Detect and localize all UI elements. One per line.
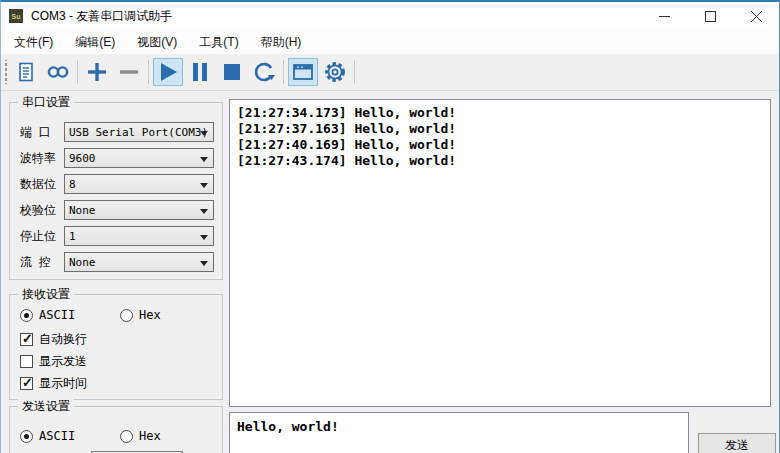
radio-icon xyxy=(120,430,133,443)
close-button[interactable] xyxy=(733,2,779,30)
chevron-down-icon xyxy=(200,157,208,162)
parity-select[interactable]: None xyxy=(64,200,214,220)
toolbar-grip[interactable] xyxy=(3,60,10,84)
stop-button[interactable] xyxy=(217,58,247,86)
menu-help[interactable]: 帮助(H) xyxy=(250,31,313,54)
send-button[interactable]: 发送 xyxy=(698,433,776,453)
menu-file[interactable]: 文件(F) xyxy=(3,31,64,54)
stop-icon xyxy=(221,61,243,83)
refresh-button[interactable] xyxy=(249,58,279,86)
send-settings-title: 发送设置 xyxy=(18,399,74,414)
app-window: Su COM3 - 友善串口调试助手 文件(F) 编辑(E) 视图(V) 工具(… xyxy=(0,0,780,453)
document-button[interactable] xyxy=(11,58,41,86)
window-title: COM3 - 友善串口调试助手 xyxy=(31,8,172,25)
flowcontrol-select[interactable]: None xyxy=(64,252,214,272)
recv-ascii-radio[interactable]: ASCII xyxy=(20,308,75,322)
remove-icon xyxy=(118,61,140,83)
menu-edit[interactable]: 编辑(E) xyxy=(64,31,126,54)
log-line: [21:27:40.169] Hello, world! xyxy=(237,137,763,153)
show-send-checkbox[interactable]: 显示发送 xyxy=(20,353,87,370)
recv-hex-radio[interactable]: Hex xyxy=(120,308,161,322)
stopbits-select[interactable]: 1 xyxy=(64,226,214,246)
log-line: [21:27:34.173] Hello, world! xyxy=(237,105,763,121)
remove-button[interactable] xyxy=(114,58,144,86)
baudrate-label: 波特率 xyxy=(20,150,64,167)
minimize-icon xyxy=(659,11,670,22)
window-panel-icon xyxy=(291,61,315,83)
parity-label: 校验位 xyxy=(20,202,64,219)
chevron-down-icon xyxy=(200,235,208,240)
flowcontrol-label: 流 控 xyxy=(20,254,64,271)
menubar: 文件(F) 编辑(E) 视图(V) 工具(T) 帮助(H) xyxy=(1,30,779,54)
chevron-down-icon xyxy=(200,183,208,188)
databits-label: 数据位 xyxy=(20,176,64,193)
toolbar-separator xyxy=(148,60,149,84)
toolbar-separator xyxy=(283,60,284,84)
log-line: [21:27:37.163] Hello, world! xyxy=(237,121,763,137)
checkbox-checked-icon xyxy=(20,333,33,346)
chevron-down-icon xyxy=(200,261,208,266)
log-line: [21:27:43.174] Hello, world! xyxy=(237,153,763,169)
show-time-checkbox[interactable]: 显示时间 xyxy=(20,375,87,392)
radio-icon xyxy=(120,309,133,322)
databits-select[interactable]: 8 xyxy=(64,174,214,194)
refresh-icon xyxy=(252,60,276,84)
send-settings-group: 发送设置 ASCII Hex xyxy=(9,406,223,453)
minimize-button[interactable] xyxy=(641,2,687,30)
window-panel-button[interactable] xyxy=(288,58,318,86)
menu-tools[interactable]: 工具(T) xyxy=(188,31,249,54)
maximize-icon xyxy=(705,11,716,22)
send-input-area[interactable]: Hello, world! xyxy=(229,412,689,453)
radio-selected-icon xyxy=(20,309,33,322)
play-button[interactable] xyxy=(153,58,183,86)
auto-newline-checkbox[interactable]: 自动换行 xyxy=(20,331,87,348)
receive-settings-title: 接收设置 xyxy=(18,287,74,302)
receive-log-area[interactable]: [21:27:34.173] Hello, world! [21:27:37.1… xyxy=(229,99,771,407)
stopbits-label: 停止位 xyxy=(20,228,64,245)
record-button[interactable] xyxy=(43,58,73,86)
maximize-button[interactable] xyxy=(687,2,733,30)
radio-selected-icon xyxy=(20,430,33,443)
close-icon xyxy=(751,11,762,22)
chevron-down-icon xyxy=(200,209,208,214)
serial-settings-group: 串口设置 端 口 USB Serial Port(COM3) 波特率 9600 … xyxy=(9,102,223,280)
port-label: 端 口 xyxy=(20,124,64,141)
add-button[interactable] xyxy=(82,58,112,86)
pause-icon xyxy=(190,61,210,83)
chevron-down-icon xyxy=(200,131,208,136)
toolbar-separator xyxy=(77,60,78,84)
titlebar: Su COM3 - 友善串口调试助手 xyxy=(1,2,779,30)
checkbox-checked-icon xyxy=(20,377,33,390)
send-text: Hello, world! xyxy=(237,419,339,434)
menu-view[interactable]: 视图(V) xyxy=(126,31,188,54)
send-hex-radio[interactable]: Hex xyxy=(120,429,161,443)
port-select[interactable]: USB Serial Port(COM3) xyxy=(64,122,214,142)
pause-button[interactable] xyxy=(185,58,215,86)
app-icon: Su xyxy=(9,9,23,23)
settings-button[interactable] xyxy=(320,58,350,86)
toolbar xyxy=(1,54,779,91)
baudrate-select[interactable]: 9600 xyxy=(64,148,214,168)
settings-gear-icon xyxy=(323,60,347,84)
record-icon xyxy=(45,61,71,83)
add-icon xyxy=(86,61,108,83)
checkbox-icon xyxy=(20,355,33,368)
play-icon xyxy=(157,61,179,83)
send-ascii-radio[interactable]: ASCII xyxy=(20,429,75,443)
document-icon xyxy=(15,61,37,83)
receive-settings-group: 接收设置 ASCII Hex 自动换行 显示发送 显示时间 xyxy=(9,294,223,400)
serial-settings-title: 串口设置 xyxy=(18,95,74,110)
toolbar-separator xyxy=(354,60,355,84)
